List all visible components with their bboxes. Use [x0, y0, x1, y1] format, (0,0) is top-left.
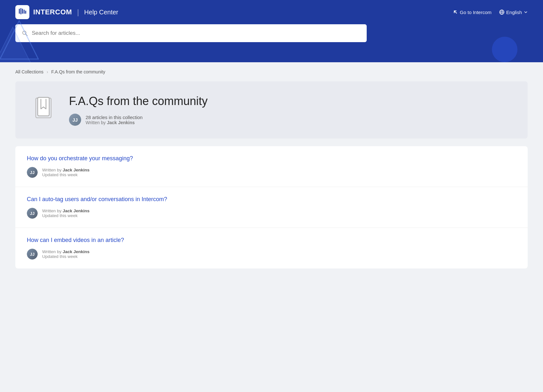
article-title[interactable]: Can I auto-tag users and/or conversation…	[27, 196, 516, 203]
svg-marker-9	[0, 27, 32, 62]
collection-meta: JJ 28 articles in this collection Writte…	[69, 114, 512, 126]
language-label: English	[506, 10, 522, 15]
written-by-prefix: Written by	[42, 208, 62, 213]
breadcrumb-chevron-icon: ›	[47, 69, 48, 74]
avatar: JJ	[27, 249, 38, 260]
breadcrumb: All Collections › F.A.Qs from the commun…	[0, 62, 543, 81]
avatar-placeholder: JJ	[69, 114, 81, 126]
decoration-left	[0, 14, 45, 62]
article-title[interactable]: How can I embed videos in an article?	[27, 237, 516, 244]
article-updated: Updated this week	[42, 254, 78, 259]
written-by-prefix: Written by	[42, 168, 62, 172]
svg-rect-1	[20, 8, 21, 14]
header: INTERCOM | Help Center Go to Intercom En…	[0, 0, 543, 62]
go-to-intercom-link[interactable]: Go to Intercom	[453, 10, 492, 15]
logo-divider: |	[77, 8, 79, 17]
article-updated: Updated this week	[42, 213, 78, 218]
article-meta: JJ Written by Jack Jenkins Updated this …	[27, 249, 516, 260]
collection-author: Jack Jenkins	[107, 120, 135, 125]
avatar: JJ	[27, 167, 38, 178]
written-by-label: Written by	[86, 120, 106, 125]
written-by-text: Written by Jack Jenkins	[86, 120, 142, 125]
article-author: Jack Jenkins	[63, 168, 89, 172]
articles-list: How do you orchestrate your messaging? J…	[15, 146, 528, 268]
svg-rect-4	[25, 11, 26, 14]
article-meta-text: Written by Jack Jenkins Updated this wee…	[42, 249, 89, 259]
decoration-circle	[492, 37, 517, 62]
collection-info: F.A.Qs from the community JJ 28 articles…	[69, 94, 512, 126]
help-center-label: Help Center	[84, 9, 119, 16]
avatar: JJ	[69, 114, 81, 126]
article-meta: JJ Written by Jack Jenkins Updated this …	[27, 208, 516, 219]
list-item[interactable]: How do you orchestrate your messaging? J…	[15, 146, 528, 187]
list-item[interactable]: Can I auto-tag users and/or conversation…	[15, 187, 528, 228]
breadcrumb-all-collections[interactable]: All Collections	[15, 69, 43, 74]
collection-meta-text: 28 articles in this collection Written b…	[86, 115, 142, 125]
language-selector[interactable]: English	[499, 10, 528, 15]
article-title[interactable]: How do you orchestrate your messaging?	[27, 155, 516, 162]
collection-title: F.A.Qs from the community	[69, 94, 512, 108]
article-meta-text: Written by Jack Jenkins Updated this wee…	[42, 168, 89, 177]
globe-icon	[499, 10, 504, 15]
article-meta-text: Written by Jack Jenkins Updated this wee…	[42, 208, 89, 218]
avatar: JJ	[27, 208, 38, 219]
written-by-prefix: Written by	[42, 249, 62, 254]
go-to-intercom-label: Go to Intercom	[460, 10, 492, 15]
search-bar	[15, 24, 367, 42]
search-input[interactable]	[32, 30, 360, 36]
breadcrumb-current-page: F.A.Qs from the community	[51, 69, 105, 74]
article-meta: JJ Written by Jack Jenkins Updated this …	[27, 167, 516, 178]
search-container	[0, 24, 543, 52]
svg-rect-0	[19, 9, 20, 14]
external-link-icon	[453, 10, 458, 15]
article-author: Jack Jenkins	[63, 249, 89, 254]
chevron-down-icon	[524, 10, 528, 14]
header-right: Go to Intercom English	[453, 10, 528, 15]
collection-icon	[31, 94, 56, 123]
list-item[interactable]: How can I embed videos in an article? JJ…	[15, 228, 528, 268]
article-updated: Updated this week	[42, 172, 78, 177]
article-author: Jack Jenkins	[63, 208, 89, 213]
svg-rect-3	[24, 10, 25, 14]
collection-header: F.A.Qs from the community JJ 28 articles…	[15, 81, 528, 139]
article-count-text: 28 articles in this collection	[86, 115, 142, 120]
svg-rect-2	[22, 9, 23, 14]
